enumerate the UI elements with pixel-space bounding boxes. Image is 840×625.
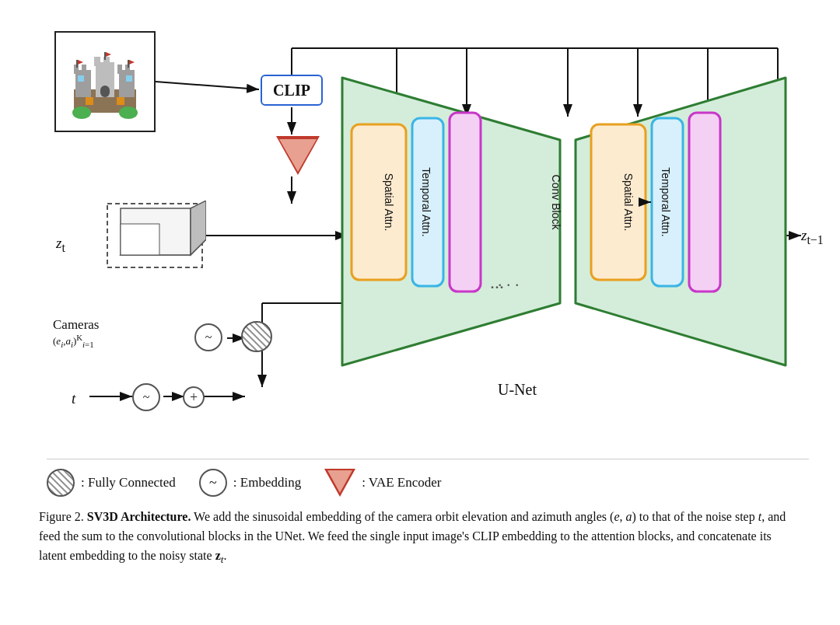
spatial-attn-decoder-label: Spatial Attn.: [613, 118, 644, 286]
legend-fc-label: : Fully Connected: [81, 475, 176, 491]
svg-point-46: [119, 106, 138, 119]
t-label: t: [72, 390, 75, 407]
spatial-attn-encoder-label: Spatial Attn.: [373, 118, 404, 286]
t-embedding-circle: ~: [132, 383, 160, 411]
svg-rect-36: [76, 60, 78, 68]
figure-num: Figure 2.: [39, 510, 84, 523]
svg-rect-47: [86, 97, 93, 105]
clip-box: CLIP: [261, 75, 323, 106]
legend: : Fully Connected ~ : Embedding : VAE En…: [47, 459, 809, 497]
svg-rect-43: [78, 75, 84, 82]
svg-marker-41: [129, 60, 135, 65]
caption-title: SV3D Architecture.: [84, 510, 191, 523]
legend-fc-circle: [47, 469, 75, 497]
conv-block-label: Conv Block: [529, 124, 583, 280]
svg-rect-40: [128, 60, 129, 68]
cameras-label: Cameras (ei,ai)Ki=1: [53, 317, 99, 349]
svg-rect-31: [117, 65, 122, 74]
svg-line-0: [156, 82, 259, 89]
clip-label: CLIP: [273, 82, 310, 100]
svg-rect-44: [126, 75, 132, 82]
svg-rect-42: [100, 86, 110, 97]
svg-rect-48: [117, 97, 124, 105]
architecture-diagram: CLIP zt Cameras (ei,ai)Ki=1 t ~ ~ + +: [31, 16, 809, 451]
svg-marker-39: [106, 52, 111, 57]
legend-vae: : VAE Encoder: [324, 469, 441, 497]
zt-label: zt: [56, 235, 65, 255]
legend-embed: ~ : Embedding: [199, 469, 301, 497]
svg-marker-37: [78, 60, 83, 65]
legend-embed-circle: ~: [199, 469, 227, 497]
legend-vae-label: : VAE Encoder: [362, 475, 441, 491]
temporal-attn-encoder-label: Temporal Attn.: [411, 113, 442, 292]
legend-fc: : Fully Connected: [47, 469, 176, 497]
zt1-label: zt−1: [801, 227, 824, 247]
camera-embedding-circle: ~: [194, 323, 222, 351]
camera-fc-circle: [241, 321, 272, 352]
svg-marker-51: [191, 201, 206, 255]
unet-label: U-Net: [498, 381, 537, 399]
figure-caption: Figure 2. SV3D Architecture. We add the …: [31, 508, 809, 567]
svg-rect-52: [121, 224, 159, 255]
temporal-attn-decoder-label: Temporal Attn.: [650, 113, 681, 292]
svg-rect-55: [450, 113, 481, 292]
svg-rect-30: [119, 70, 135, 97]
input-image-box: [54, 31, 156, 132]
legend-vae-triangle: [324, 469, 355, 497]
castle-icon: [66, 43, 144, 120]
unet-area: . . . Spatial Attn. Temporal Attn. Conv …: [334, 62, 786, 396]
latent-tensor: [105, 201, 206, 271]
svg-rect-29: [82, 65, 86, 74]
cameras-sub-label: (ei,ai)Ki=1: [53, 333, 99, 349]
legend-embed-label: : Embedding: [233, 475, 301, 491]
svg-rect-38: [104, 52, 106, 60]
svg-rect-27: [75, 70, 91, 97]
vae-encoder-triangle-inner: [279, 139, 317, 172]
dots-label: ...: [490, 272, 504, 293]
t-sum-circle: +: [183, 386, 205, 408]
svg-point-45: [72, 106, 91, 119]
svg-rect-34: [94, 57, 100, 66]
svg-rect-59: [689, 113, 720, 292]
